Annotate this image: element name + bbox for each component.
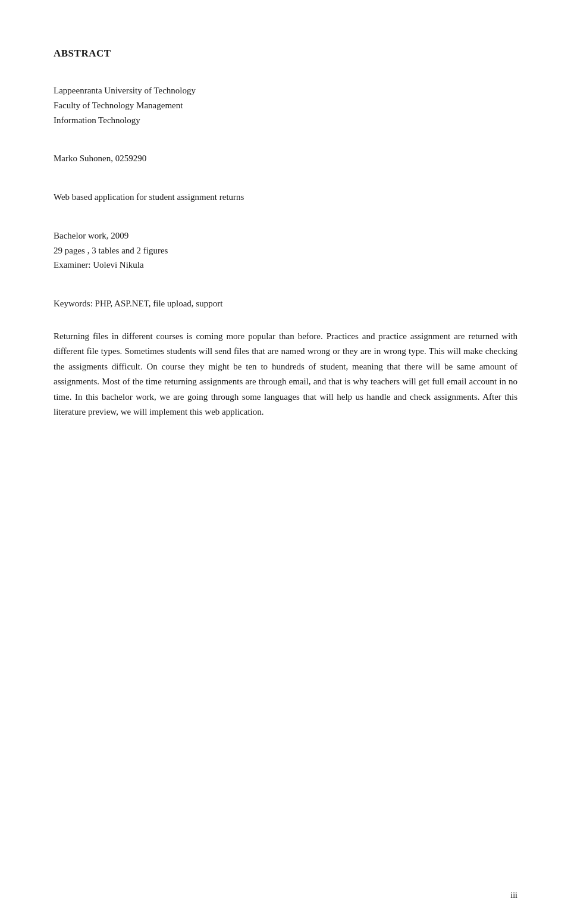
faculty-name: Faculty of Technology Management bbox=[54, 98, 517, 113]
abstract-body: Returning files in different courses is … bbox=[54, 329, 517, 420]
thesis-title-block: Web based application for student assign… bbox=[54, 190, 517, 205]
author-block: Marko Suhonen, 0259290 bbox=[54, 151, 517, 166]
thesis-type: Bachelor work, 2009 bbox=[54, 228, 517, 243]
department-name: Information Technology bbox=[54, 113, 517, 128]
details-block: Bachelor work, 2009 29 pages , 3 tables … bbox=[54, 228, 517, 272]
body-paragraph-1: Returning files in different courses is … bbox=[54, 329, 517, 420]
thesis-title: Web based application for student assign… bbox=[54, 190, 517, 205]
page: ABSTRACT Lappeenranta University of Tech… bbox=[0, 0, 571, 924]
title-text: ABSTRACT bbox=[54, 48, 111, 59]
institution-block: Lappeenranta University of Technology Fa… bbox=[54, 83, 517, 127]
page-number: iii bbox=[510, 891, 517, 900]
keywords-block: Keywords: PHP, ASP.NET, file upload, sup… bbox=[54, 296, 517, 311]
thesis-pages: 29 pages , 3 tables and 2 figures bbox=[54, 243, 517, 258]
abstract-title: ABSTRACT bbox=[54, 48, 517, 59]
keywords-text: Keywords: PHP, ASP.NET, file upload, sup… bbox=[54, 296, 517, 311]
page-number-text: iii bbox=[510, 891, 517, 900]
author-name: Marko Suhonen, 0259290 bbox=[54, 151, 517, 166]
university-name: Lappeenranta University of Technology bbox=[54, 83, 517, 98]
thesis-examiner: Examiner: Uolevi Nikula bbox=[54, 258, 517, 272]
